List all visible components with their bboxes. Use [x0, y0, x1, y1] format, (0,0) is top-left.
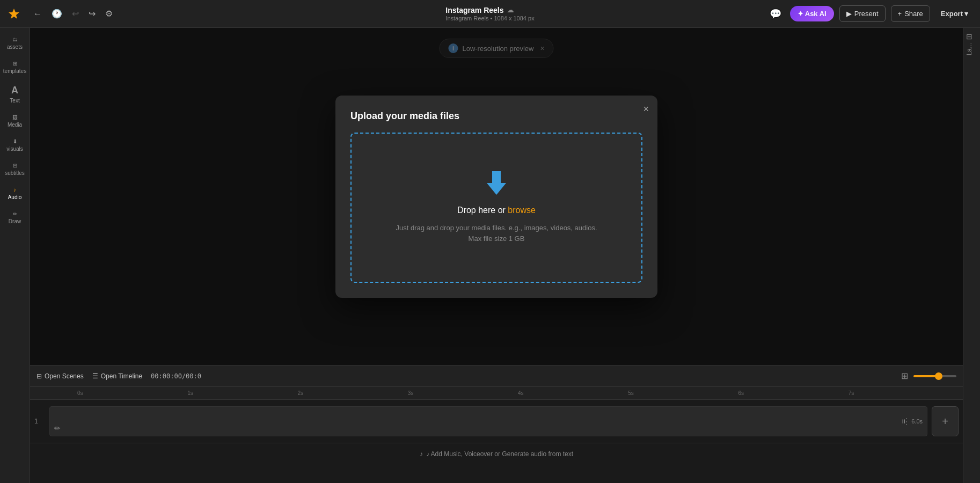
comment-button[interactable]: 💬 [766, 5, 785, 23]
app-logo [6, 6, 21, 21]
present-button[interactable]: ▶ Present [839, 5, 886, 22]
sidebar-item-text[interactable]: A Text [2, 80, 28, 108]
svg-marker-0 [9, 9, 19, 19]
header: ← 🕐 ↩ ↪ ⚙ Instagram Reels ☁ Instagram Re… [0, 0, 980, 28]
ruler-mark-0s: 0s [77, 390, 187, 396]
draw-icon: ✏ [13, 211, 17, 217]
grid-icon[interactable]: ⊞ [901, 371, 908, 381]
right-sidebar: ⊟ La... [963, 28, 980, 483]
canvas-timeline-wrapper: i Low-resolution preview × Upload your m… [30, 28, 963, 483]
nav-icons: ← 🕐 ↩ ↪ ⚙ [30, 5, 116, 22]
audio-icon: ♪ [13, 187, 16, 193]
timeline-right: ⊞ [901, 371, 956, 381]
timecode-display: 00:00:00/00:0 [151, 372, 201, 380]
ask-ai-button[interactable]: ✦ Ask AI [790, 6, 834, 21]
track-area: 1 ✏ ⋮ ⏸ 6.0s + [30, 400, 963, 443]
subtitles-label: subtitles [5, 170, 25, 176]
sidebar-item-media[interactable]: 🖼 Media [2, 110, 28, 132]
drop-text: Drop here or browse [457, 206, 536, 215]
history-button[interactable]: 🕐 [48, 5, 65, 22]
sidebar-item-draw[interactable]: ✏ Draw [2, 207, 28, 229]
sidebar-item-templates[interactable]: ⊞ templates [2, 56, 28, 78]
subtitles-icon: ⊟ [13, 163, 17, 169]
sidebar-item-visuals[interactable]: ⬇ visuals [2, 134, 28, 156]
project-name: Instagram Reels [445, 6, 503, 14]
redo-button[interactable]: ↪ [85, 5, 99, 22]
drop-text-before: Drop here or [457, 206, 508, 215]
modal-close-button[interactable]: × [643, 104, 649, 114]
sidebar-item-audio[interactable]: ♪ Audio [2, 182, 28, 204]
right-sidebar-content: ⊟ La... [966, 32, 973, 55]
export-button[interactable]: Export ▾ [935, 6, 974, 21]
audio-label: Audio [8, 194, 22, 200]
track-menu-icon[interactable]: ⋮ [902, 416, 911, 427]
zoom-control [913, 375, 956, 377]
cloud-icon: ☁ [507, 6, 514, 14]
drop-subtext-line2: Max file size 1 GB [469, 235, 525, 243]
draw-label: Draw [9, 218, 21, 224]
open-timeline-button[interactable]: ☰ Open Timeline [92, 372, 142, 380]
export-chevron-icon: ▾ [964, 10, 968, 18]
add-icon: + [942, 415, 948, 428]
header-left: ← 🕐 ↩ ↪ ⚙ [6, 5, 116, 22]
main-layout: 🗂 assets ⊞ templates A Text 🖼 Media ⬇ vi… [0, 28, 980, 483]
media-label: Media [8, 122, 22, 128]
header-right: 💬 ✦ Ask AI ▶ Present + Share Export ▾ [766, 5, 974, 23]
zoom-slider[interactable] [913, 375, 956, 377]
project-title: Instagram Reels ☁ [445, 6, 534, 14]
modal-title: Upload your media files [350, 111, 642, 122]
timeline-toolbar: ⊟ Open Scenes ☰ Open Timeline 00:00:00/0… [30, 365, 963, 387]
left-sidebar: 🗂 assets ⊞ templates A Text 🖼 Media ⬇ vi… [0, 28, 30, 483]
add-music-bar[interactable]: ♪ ♪ Add Music, Voiceover or Generate aud… [30, 443, 963, 464]
scenes-icon: ⊟ [36, 372, 42, 380]
ruler-mark-2s: 2s [298, 390, 408, 396]
project-subtitle: Instagram Reels • 1084 x 1084 px [445, 15, 534, 21]
ruler-mark-1s: 1s [187, 390, 297, 396]
music-icon: ♪ [420, 450, 423, 458]
duration-value: 6.0s [911, 418, 923, 425]
ruler-mark-7s: 7s [849, 390, 959, 396]
text-icon: A [11, 85, 18, 96]
open-scenes-button[interactable]: ⊟ Open Scenes [36, 372, 84, 380]
dropzone[interactable]: Drop here or browse Just drag and drop y… [350, 133, 642, 283]
modal-overlay: Upload your media files × Drop here or b… [30, 28, 963, 365]
ruler-mark-6s: 6s [738, 390, 849, 396]
timeline-icon: ☰ [92, 372, 98, 380]
sidebar-item-assets[interactable]: 🗂 assets [2, 32, 28, 54]
layers-label: La... [966, 43, 973, 55]
present-label: Present [854, 10, 879, 18]
text-label: Text [10, 98, 19, 104]
upload-modal: Upload your media files × Drop here or b… [335, 96, 657, 298]
drop-subtext-line1: Just drag and drop your media files. e.g… [396, 224, 597, 232]
visuals-label: visuals [6, 146, 23, 152]
track-number: 1 [34, 418, 45, 425]
ruler-mark-5s: 5s [628, 390, 738, 396]
undo-button[interactable]: ↩ [69, 5, 82, 22]
open-scenes-label: Open Scenes [45, 372, 84, 380]
media-icon: 🖼 [12, 114, 18, 120]
visuals-icon: ⬇ [13, 138, 17, 144]
ruler-marks: 0s 1s 2s 3s 4s 5s 6s 7s [77, 390, 959, 396]
add-track-button[interactable]: + [932, 406, 959, 436]
track-pen-icon: ✏ [54, 424, 61, 433]
svg-marker-1 [487, 171, 506, 195]
share-button[interactable]: + Share [891, 5, 930, 22]
ruler-mark-3s: 3s [408, 390, 518, 396]
drop-subtext: Just drag and drop your media files. e.g… [396, 223, 597, 244]
settings-button[interactable]: ⚙ [102, 5, 116, 22]
add-music-label: ♪ Add Music, Voiceover or Generate audio… [426, 450, 573, 458]
track-bar: ✏ ⋮ ⏸ 6.0s [49, 406, 927, 436]
back-button[interactable]: ← [30, 6, 45, 22]
header-center: Instagram Reels ☁ Instagram Reels • 1084… [445, 6, 534, 21]
sidebar-item-subtitles[interactable]: ⊟ subtitles [2, 158, 28, 180]
templates-icon: ⊞ [13, 61, 17, 67]
templates-label: templates [3, 68, 26, 74]
canvas-area: i Low-resolution preview × Upload your m… [30, 28, 963, 365]
layers-icon: ⊟ [966, 32, 972, 41]
browse-link[interactable]: browse [508, 206, 536, 215]
ruler-mark-4s: 4s [518, 390, 628, 396]
timeline-ruler: 0s 1s 2s 3s 4s 5s 6s 7s [30, 387, 963, 400]
export-label: Export [941, 10, 963, 18]
drop-arrow-icon [487, 171, 506, 198]
assets-label: assets [7, 44, 23, 50]
